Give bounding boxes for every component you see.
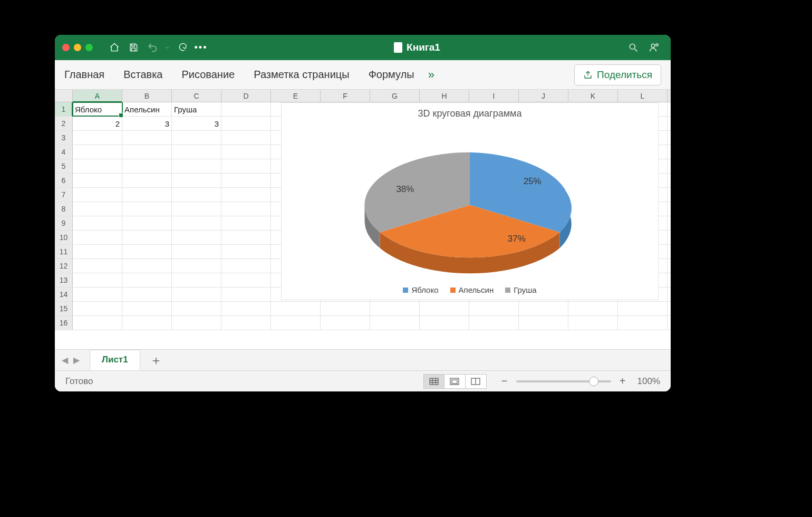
cell[interactable]: [73, 273, 122, 287]
cell[interactable]: [122, 273, 172, 287]
row-header[interactable]: 5: [55, 159, 73, 173]
zoom-slider[interactable]: [516, 380, 611, 382]
cell[interactable]: 3: [122, 117, 172, 130]
column-header[interactable]: L: [618, 90, 668, 102]
row-header[interactable]: 2: [55, 117, 73, 130]
row-header[interactable]: 6: [55, 174, 73, 187]
column-header[interactable]: D: [221, 90, 271, 102]
cell[interactable]: [469, 302, 519, 315]
cell[interactable]: [73, 231, 122, 244]
zoom-in-button[interactable]: +: [617, 375, 628, 387]
cell[interactable]: [73, 316, 122, 330]
cell[interactable]: [221, 245, 271, 258]
row-header[interactable]: 3: [55, 131, 73, 145]
cell[interactable]: [172, 202, 221, 216]
column-header[interactable]: K: [568, 90, 618, 102]
cell[interactable]: [172, 316, 221, 330]
cell[interactable]: [221, 159, 271, 173]
tab-draw[interactable]: Рисование: [181, 69, 235, 81]
sheet-tab[interactable]: Лист1: [90, 350, 140, 370]
cell[interactable]: [321, 316, 370, 330]
select-all-corner[interactable]: [55, 90, 73, 102]
cell[interactable]: [73, 159, 122, 173]
undo-dropdown-icon[interactable]: [162, 39, 172, 56]
cell[interactable]: [122, 288, 172, 301]
cell[interactable]: [73, 259, 122, 273]
cell[interactable]: [172, 288, 221, 301]
cell[interactable]: [568, 302, 618, 315]
cell[interactable]: Яблоко: [73, 102, 122, 116]
maximize-window-icon[interactable]: [85, 44, 93, 51]
cell[interactable]: [221, 288, 271, 301]
cell[interactable]: [172, 188, 221, 202]
cell[interactable]: [221, 131, 271, 145]
cell[interactable]: [321, 302, 370, 315]
cell[interactable]: [221, 202, 271, 216]
row-header[interactable]: 8: [55, 202, 73, 216]
zoom-level[interactable]: 100%: [637, 376, 660, 387]
spreadsheet-grid[interactable]: ABCDEFGHIJKL 1ЯблокоАпельсинГруша2233345…: [55, 90, 671, 349]
row-header[interactable]: 15: [55, 302, 73, 315]
cell[interactable]: [122, 316, 172, 330]
cell[interactable]: [370, 302, 420, 315]
cell[interactable]: [618, 302, 668, 315]
cell[interactable]: [221, 302, 271, 315]
row-header[interactable]: 14: [55, 288, 73, 301]
home-button[interactable]: [105, 39, 123, 56]
cell[interactable]: [73, 145, 122, 159]
tab-page-layout[interactable]: Разметка страницы: [254, 69, 349, 81]
cell[interactable]: [172, 159, 221, 173]
cell[interactable]: [221, 188, 271, 202]
zoom-thumb[interactable]: [589, 377, 598, 386]
cell[interactable]: [73, 302, 122, 315]
row-header[interactable]: 10: [55, 231, 73, 244]
redo-button[interactable]: [173, 39, 191, 56]
cell[interactable]: [420, 316, 469, 330]
cell[interactable]: [122, 202, 172, 216]
cell[interactable]: [221, 216, 271, 230]
row-header[interactable]: 1: [55, 102, 73, 116]
minimize-window-icon[interactable]: [74, 44, 81, 51]
share-button[interactable]: Поделиться: [574, 64, 661, 85]
column-header[interactable]: B: [122, 90, 172, 102]
tab-insert[interactable]: Вставка: [123, 69, 162, 81]
cell[interactable]: [221, 102, 271, 116]
cell[interactable]: [73, 245, 122, 258]
cell[interactable]: [73, 174, 122, 187]
cell[interactable]: [221, 117, 271, 130]
column-headers[interactable]: ABCDEFGHIJKL: [55, 90, 671, 102]
sheet-nav-next-icon[interactable]: ▶: [71, 355, 82, 365]
cell[interactable]: [122, 245, 172, 258]
cell[interactable]: [172, 216, 221, 230]
cell[interactable]: [172, 302, 221, 315]
row-header[interactable]: 16: [55, 316, 73, 330]
tab-home[interactable]: Главная: [64, 69, 104, 81]
cell[interactable]: [172, 259, 221, 273]
column-header[interactable]: F: [321, 90, 370, 102]
cell[interactable]: [122, 216, 172, 230]
add-sheet-button[interactable]: ＋: [150, 352, 162, 369]
cell[interactable]: [568, 316, 618, 330]
cell[interactable]: Груша: [172, 102, 221, 116]
cell[interactable]: [221, 174, 271, 187]
cell[interactable]: [122, 302, 172, 315]
cell[interactable]: [370, 316, 420, 330]
row-header[interactable]: 7: [55, 188, 73, 202]
column-header[interactable]: E: [271, 90, 321, 102]
cell[interactable]: [519, 316, 568, 330]
cell[interactable]: Апельсин: [122, 102, 172, 116]
cell[interactable]: [221, 316, 271, 330]
cell[interactable]: [172, 273, 221, 287]
cell[interactable]: [221, 273, 271, 287]
zoom-out-button[interactable]: −: [499, 375, 510, 387]
row-header[interactable]: 13: [55, 273, 73, 287]
cell[interactable]: [221, 145, 271, 159]
cell[interactable]: [73, 188, 122, 202]
cell[interactable]: [122, 259, 172, 273]
row-header[interactable]: 4: [55, 145, 73, 159]
column-header[interactable]: J: [519, 90, 568, 102]
tab-formulas[interactable]: Формулы: [369, 69, 414, 81]
cell[interactable]: [73, 202, 122, 216]
cell[interactable]: 2: [73, 117, 122, 130]
cell[interactable]: [172, 131, 221, 145]
